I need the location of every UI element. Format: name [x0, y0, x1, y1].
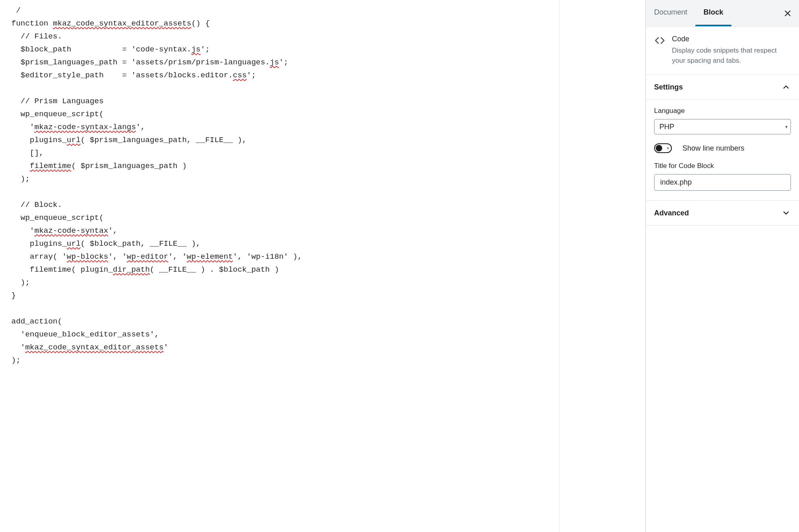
field-title: Title for Code Block — [654, 162, 791, 191]
code-line: ); — [11, 276, 548, 289]
code-line: filemtime( plugin_dir_path( __FILE__ ) .… — [11, 263, 548, 276]
title-label: Title for Code Block — [654, 162, 791, 170]
block-card-description: Display code snippets that respect your … — [672, 46, 791, 66]
code-line: / — [11, 4, 548, 17]
block-card-title: Code — [672, 35, 791, 43]
field-line-numbers: Show line numbers — [654, 143, 791, 153]
code-line: 'enqueue_block_editor_assets', — [11, 328, 548, 341]
line-numbers-toggle[interactable] — [654, 143, 672, 153]
chevron-down-icon — [781, 208, 791, 218]
code-line — [11, 185, 548, 198]
panel-toggle-advanced[interactable]: Advanced — [646, 201, 799, 226]
code-line: filemtime( $prism_languages_path ) — [11, 160, 548, 172]
code-line: plugins_url( $block_path, __FILE__ ), — [11, 237, 548, 250]
code-line — [11, 82, 548, 95]
code-line: ); — [11, 172, 548, 185]
line-numbers-label: Show line numbers — [682, 144, 744, 153]
close-sidebar-button[interactable] — [780, 5, 796, 21]
sidebar-tabs: Document Block — [646, 0, 799, 27]
code-line: 'mkaz-code-syntax', — [11, 224, 548, 237]
code-line: // Prism Languages — [11, 95, 548, 108]
panel-title-settings: Settings — [654, 83, 683, 92]
code-block-editor[interactable]: /function mkaz_code_syntax_editor_assets… — [0, 0, 560, 532]
language-label: Language — [654, 107, 791, 115]
code-line: // Block. — [11, 198, 548, 211]
panel-toggle-settings[interactable]: Settings — [646, 75, 799, 100]
code-line: $block_path = 'code-syntax.js'; — [11, 43, 548, 56]
code-line: // Files. — [11, 30, 548, 43]
code-line: wp_enqueue_script( — [11, 211, 548, 224]
panel-body-settings: Language PHP ▼ Show line numbers Title f… — [646, 100, 799, 201]
panel-title-advanced: Advanced — [654, 209, 689, 217]
block-settings-sidebar: Document Block Code Display code snippet… — [646, 0, 799, 532]
title-input[interactable] — [654, 174, 791, 191]
code-icon — [654, 35, 665, 46]
editor-canvas-gap — [560, 0, 646, 532]
chevron-up-icon — [781, 82, 791, 92]
tab-block[interactable]: Block — [695, 0, 731, 26]
code-line: plugins_url( $prism_languages_path, __FI… — [11, 134, 548, 147]
code-line: } — [11, 289, 548, 302]
block-card: Code Display code snippets that respect … — [646, 27, 799, 75]
close-icon — [784, 9, 792, 17]
code-line: $editor_style_path = 'assets/blocks.edit… — [11, 69, 548, 82]
code-line: function mkaz_code_syntax_editor_assets(… — [11, 17, 548, 30]
field-language: Language PHP ▼ — [654, 107, 791, 134]
code-line: 'mkaz-code-syntax-langs', — [11, 121, 548, 134]
code-line: add_action( — [11, 315, 548, 328]
code-line: wp_enqueue_script( — [11, 108, 548, 121]
code-line: 'mkaz_code_syntax_editor_assets' — [11, 341, 548, 354]
code-line — [11, 302, 548, 315]
language-select[interactable]: PHP — [654, 119, 791, 134]
code-line: array( 'wp-blocks', 'wp-editor', 'wp-ele… — [11, 250, 548, 263]
code-line: [], — [11, 147, 548, 160]
code-line: $prism_languages_path = 'assets/prism/pr… — [11, 56, 548, 69]
tab-document[interactable]: Document — [646, 0, 695, 26]
code-line: ); — [11, 354, 548, 367]
